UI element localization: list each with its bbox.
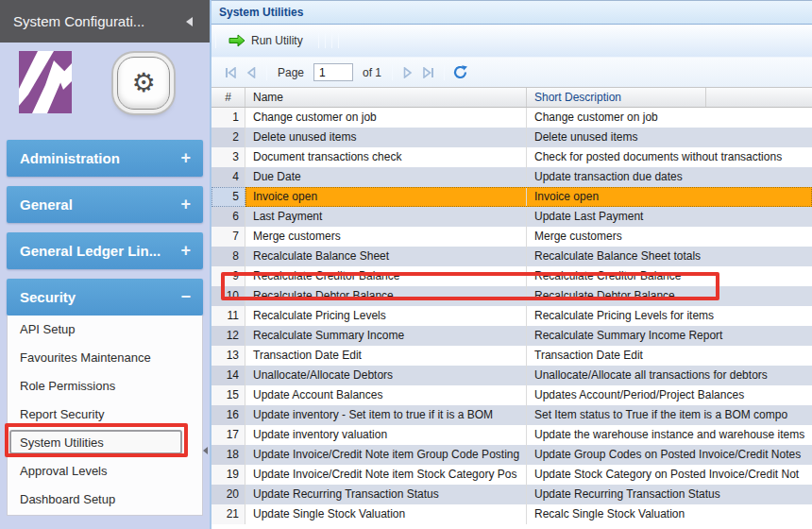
sidebar-item-label: Role Permissions	[20, 379, 115, 393]
paging-separator	[392, 65, 393, 80]
table-body: 1Change customer on jobChange customer o…	[211, 108, 812, 524]
short-description-cell: Recalc Single Stock Valuation	[527, 504, 812, 524]
run-utility-button[interactable]: Run Utility	[225, 32, 307, 49]
sidebar-title: System Configurati...	[13, 0, 144, 43]
short-description-cell: Update transaction due dates	[527, 167, 812, 187]
sidebar-item-role-permissions[interactable]: Role Permissions	[8, 372, 202, 401]
name-cell: Recalculate Balance Sheet	[245, 247, 527, 266]
table-row[interactable]: 15Update Account BalancesUpdates Account…	[211, 385, 812, 405]
next-page-icon	[402, 67, 414, 78]
short-description-cell: Update Recurring Transaction Status	[527, 485, 812, 504]
row-number-cell: 11	[211, 306, 245, 326]
sidebar-item-favourites-maintenance[interactable]: Favourites Maintenance	[8, 344, 202, 372]
toolbar-separators	[318, 33, 339, 48]
sidebar-item-approval-levels[interactable]: Approval Levels	[8, 457, 202, 486]
collapse-icon[interactable]: −	[180, 279, 191, 316]
table-row[interactable]: 17Update inventory valuationUpdate the w…	[211, 425, 812, 445]
splitter-collapse-icon[interactable]	[203, 447, 208, 454]
sidebar-item-api-setup[interactable]: API Setup	[8, 316, 202, 344]
table-row[interactable]: 16Update inventory - Set item to true if…	[211, 405, 812, 425]
row-number-cell: 5	[211, 187, 245, 207]
name-cell: Last Payment	[245, 207, 527, 227]
expand-icon[interactable]: +	[180, 232, 191, 269]
name-cell: Transaction Date Edit	[245, 346, 527, 366]
last-page-button[interactable]	[418, 62, 439, 83]
name-cell: Update Invoice/Credit Note item Group Co…	[245, 445, 527, 465]
annotation-box-invoice-open	[221, 272, 719, 300]
name-cell: Recalculate Summary Income	[245, 326, 527, 346]
sidebar-header: System Configurati...	[0, 0, 210, 43]
accordion-general[interactable]: General +	[7, 186, 203, 223]
table-row[interactable]: 13Transaction Date EditTransaction Date …	[211, 346, 812, 366]
page-label: Page	[278, 66, 304, 79]
paging-toolbar: Page of 1	[211, 57, 812, 88]
sidebar-item-dashboard-setup[interactable]: Dashboard Setup	[8, 486, 202, 514]
short-description-cell: Update Stock Category on Posted Invoice/…	[527, 465, 812, 485]
table-row[interactable]: 12Recalculate Summary IncomeRecalculate …	[211, 326, 812, 346]
table-row[interactable]: 11Recalculate Pricing LevelsRecalculate …	[211, 306, 812, 326]
row-number-cell: 2	[211, 128, 245, 147]
short-description-cell: Update Last Payment	[527, 207, 812, 227]
app-logo	[19, 51, 72, 113]
name-cell: Due Date	[245, 167, 527, 187]
next-page-button[interactable]	[398, 62, 418, 83]
sidebar-item-label: Favourites Maintenance	[20, 350, 151, 365]
short-description-cell: Updates Account/Period/Project Balances	[527, 385, 812, 405]
short-description-cell: Update the warehouse instance and wareho…	[527, 425, 812, 445]
name-cell: Update inventory valuation	[245, 425, 527, 445]
short-description-cell: Update Group Codes on Posted Invoice/Cre…	[527, 445, 812, 465]
settings-button[interactable]: ⚙	[117, 57, 170, 110]
accordion-label: Security	[20, 279, 76, 316]
table-row[interactable]: 8Recalculate Balance SheetRecalculate Ba…	[211, 247, 812, 266]
accordion-security[interactable]: Security −	[7, 279, 203, 316]
expand-icon[interactable]: +	[180, 186, 191, 223]
gear-icon: ⚙	[131, 70, 155, 96]
name-cell: Update Single Stock Valuation	[245, 504, 527, 524]
security-submenu: API SetupFavourites MaintenanceRole Perm…	[7, 316, 203, 516]
table-row[interactable]: 3Document transactions checkCheck for po…	[211, 147, 812, 167]
name-cell: Update Invoice/Credit Note item Stock Ca…	[245, 465, 527, 485]
collapse-sidebar-icon[interactable]	[186, 17, 193, 26]
row-number-cell: 20	[211, 485, 245, 504]
column-header-filler	[706, 88, 812, 107]
row-number-cell: 19	[211, 465, 245, 485]
table-row[interactable]: 19Update Invoice/Credit Note item Stock …	[211, 465, 812, 485]
expand-icon[interactable]: +	[180, 140, 191, 177]
short-description-cell: Recalculate Summary Income Report	[527, 326, 812, 346]
table-row[interactable]: 2Delete unused itemsDelete unused items	[211, 128, 812, 147]
run-utility-label: Run Utility	[251, 34, 303, 47]
table-row[interactable]: 7Merge customersMerge customers	[211, 227, 812, 247]
refresh-button[interactable]	[449, 62, 470, 83]
table-row[interactable]: 1Change customer on jobChange customer o…	[211, 108, 812, 128]
sidebar-item-label: Approval Levels	[20, 464, 108, 478]
column-header-name[interactable]: Name	[245, 88, 527, 107]
accordion-general-ledger[interactable]: General Ledger Lin... +	[7, 232, 203, 269]
panel-header: System Utilities	[211, 0, 812, 25]
page-count-label: of 1	[363, 66, 381, 79]
accordion-administration[interactable]: Administration +	[7, 140, 203, 177]
short-description-cell: Set Item status to True if the item is a…	[527, 405, 812, 425]
table-row[interactable]: 21Update Single Stock ValuationRecalc Si…	[211, 504, 812, 524]
table-row[interactable]: 6Last PaymentUpdate Last Payment	[211, 207, 812, 227]
name-cell: Change customer on job	[245, 108, 527, 128]
first-page-button[interactable]	[220, 62, 241, 83]
table-row[interactable]: 4Due DateUpdate transaction due dates	[211, 167, 812, 187]
toolbar-separator	[215, 33, 216, 48]
refresh-icon	[452, 64, 468, 80]
table-row[interactable]: 18Update Invoice/Credit Note item Group …	[211, 445, 812, 465]
table-row[interactable]: 14Unallocate/Allocate DebtorsUnallocate/…	[211, 366, 812, 385]
name-cell: Update inventory - Set item to true if i…	[245, 405, 527, 425]
column-header-short-description[interactable]: Short Description	[527, 88, 706, 107]
page-number-input[interactable]	[313, 63, 353, 81]
table-row[interactable]: 5Invoice openInvoice open	[211, 187, 812, 207]
previous-page-button[interactable]	[241, 62, 262, 83]
sidebar-item-label: Dashboard Setup	[20, 492, 115, 506]
table-row[interactable]: 20Update Recurring Transaction StatusUpd…	[211, 485, 812, 504]
main-panel: System Utilities Run Utility	[210, 0, 812, 529]
toolbar: Run Utility	[211, 25, 812, 57]
column-header-number[interactable]: #	[211, 88, 245, 107]
name-cell: Document transactions check	[245, 147, 527, 167]
sidebar-item-label: API Setup	[20, 322, 76, 336]
row-number-cell: 16	[211, 405, 245, 425]
sidebar: System Configurati... ⚙ Administration +…	[0, 0, 210, 529]
